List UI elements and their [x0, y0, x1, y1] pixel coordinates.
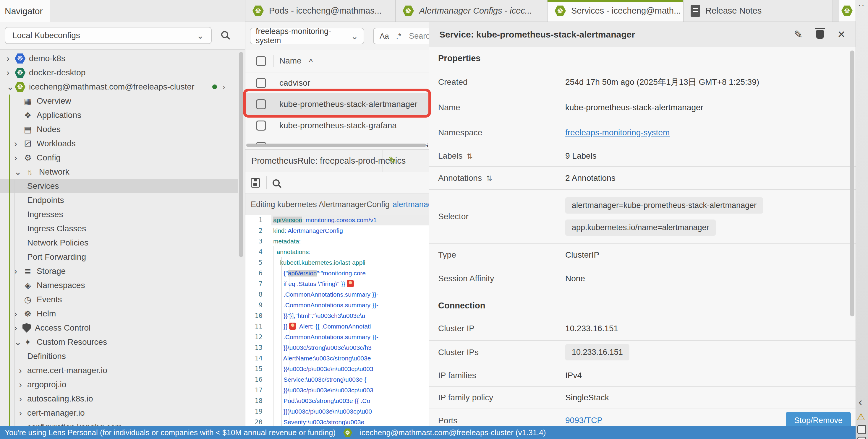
- edit-icon[interactable]: [388, 155, 397, 167]
- close-icon[interactable]: [837, 29, 845, 40]
- tree-item[interactable]: Port Forwarding: [0, 250, 238, 264]
- code-line[interactable]: 14 AlertName:\u003c/strong\u003e: [245, 353, 429, 364]
- tab-alertmanager-configs[interactable]: Alertmanager Configs - icec...: [396, 0, 548, 22]
- tree-item[interactable]: ⚙ Config: [0, 151, 238, 165]
- navigator-title-label: Navigator: [5, 6, 42, 16]
- tree-item[interactable]: ✦ Custom Resources: [0, 335, 238, 349]
- namespace-link[interactable]: freeleaps-monitoring-system: [565, 128, 670, 137]
- tree-item[interactable]: configuration.konghq.com: [0, 420, 238, 426]
- tree-item[interactable]: Ingresses: [0, 207, 238, 222]
- code-line[interactable]: 9 .CommonAnnotations.summary }}-: [245, 300, 429, 310]
- match-case-icon[interactable]: Aa: [380, 32, 389, 41]
- tree-item[interactable]: Access Control: [0, 321, 238, 335]
- tree-item[interactable]: autoscaling.k8s.io: [0, 392, 238, 406]
- horizontal-scrollbar[interactable]: [246, 143, 426, 147]
- tree-item[interactable]: ⚂ Workloads: [0, 136, 238, 151]
- yaml-code-editor[interactable]: 1apiVersion: monitoring.coreos.com/v1 2k…: [245, 215, 429, 426]
- code-line[interactable]: 10 }}"}],"html":"\u003ch3\u003e\u: [245, 310, 429, 321]
- code-line[interactable]: 2kind: AlertmanagerConfig: [245, 226, 429, 236]
- tab-release-notes[interactable]: Release Notes: [684, 0, 833, 22]
- dock-icon[interactable]: [857, 425, 866, 434]
- code-line[interactable]: 5 kubectl.kubernetes.io/last-appli: [245, 257, 429, 268]
- search-input[interactable]: [408, 31, 429, 41]
- code-line[interactable]: 7 if eq .Status \"firing\" }}: [245, 279, 429, 289]
- tab-pods[interactable]: Pods - icecheng@mathmas...: [245, 0, 396, 22]
- tree-item[interactable]: ❖ Applications: [0, 108, 238, 122]
- row-checkbox[interactable]: [256, 78, 266, 88]
- warning-icon[interactable]: [857, 411, 865, 423]
- created-row: Created 254d 17h 50m ago (2025年1月13日 GMT…: [429, 69, 856, 95]
- code-line[interactable]: 16 Service:\u003c/strong\u003e {: [245, 374, 429, 385]
- tree-item[interactable]: Definitions: [0, 349, 238, 363]
- find-icon[interactable]: [273, 179, 280, 187]
- detail-panel-body: Properties Created 254d 17h 50m ago (202…: [429, 47, 856, 426]
- tree-item[interactable]: demo-k8s: [0, 52, 238, 66]
- code-line[interactable]: 11 }} Alert: {{ .CommonAnnotati: [245, 321, 429, 332]
- code-line[interactable]: 6 {"apiVersion":"monitoring.core: [245, 268, 429, 279]
- code-line[interactable]: 1apiVersion: monitoring.coreos.com/v1: [245, 215, 429, 226]
- tree-item[interactable]: ▤ Nodes: [0, 122, 238, 136]
- tree-item[interactable]: cert-manager.io: [0, 406, 238, 420]
- tree-item[interactable]: ↑↓ Network: [0, 165, 238, 179]
- chevron-icon: [19, 423, 27, 426]
- tree-item[interactable]: ☸ Helm: [0, 307, 238, 321]
- table-row[interactable]: cadvisor: [245, 72, 429, 94]
- code-line[interactable]: 12 .CommonAnnotations.summary }}-: [245, 332, 429, 342]
- tree-item[interactable]: docker-desktop: [0, 66, 238, 80]
- tree-item[interactable]: ▦ Overview: [0, 94, 238, 108]
- namespace-select[interactable]: freeleaps-monitoring-system: [250, 28, 364, 44]
- code-line[interactable]: 19 }})\u003c/p\u003e\n\u003cp\u00: [245, 406, 429, 417]
- port-link[interactable]: 9093/TCP: [565, 416, 602, 425]
- tree-item[interactable]: ◈ Namespaces: [0, 278, 238, 293]
- regex-icon[interactable]: .*: [396, 32, 401, 41]
- table-row[interactable]: kube-prometheus-stack-alertmanager: [245, 94, 429, 115]
- row-label: Annotations: [438, 173, 565, 183]
- tree-item[interactable]: Services: [0, 179, 238, 193]
- panel-scrollbar[interactable]: [850, 50, 855, 316]
- tree-item[interactable]: acme.cert-manager.io: [0, 363, 238, 377]
- edit-icon[interactable]: [794, 28, 803, 41]
- cluster-ips-row: Cluster IPs 10.233.16.151: [429, 341, 856, 364]
- code-line[interactable]: 17 }}\u003c/p\u003e\n\u003cp\u003: [245, 385, 429, 396]
- sidebar-scrollbar[interactable]: [239, 52, 243, 257]
- expand-collapse-icon[interactable]: [486, 173, 492, 183]
- ip-family-policy-row: IP family policy SingleStack: [429, 387, 856, 409]
- row-checkbox[interactable]: [256, 99, 266, 109]
- column-header-name[interactable]: Name: [279, 56, 302, 66]
- code-line[interactable]: 18 Pod:\u003c/strong\u003e {{ .Co: [245, 396, 429, 406]
- select-all-checkbox[interactable]: [256, 56, 266, 66]
- search-icon[interactable]: [221, 31, 228, 38]
- save-icon[interactable]: [251, 178, 260, 188]
- chevron-right-icon: [222, 82, 225, 92]
- port-action-button[interactable]: Stop/Remove: [786, 412, 851, 426]
- tree-item[interactable]: argoproj.io: [0, 377, 238, 392]
- code-line[interactable]: 3metadata:: [245, 236, 429, 247]
- tree-item[interactable]: ◷ Events: [0, 293, 238, 307]
- tree-item[interactable]: icecheng@mathmast.com@freeleaps-cluster: [0, 80, 238, 94]
- code-line[interactable]: 8 .CommonAnnotations.summary }}-: [245, 289, 429, 300]
- tree-indent-guide: [14, 180, 15, 426]
- tree-item[interactable]: Ingress Classes: [0, 222, 238, 236]
- kubeconfig-select[interactable]: Local Kubeconfigs: [5, 27, 212, 44]
- table-row[interactable]: kube-prometheus-stack-grafana: [245, 115, 429, 136]
- tab-label: Alertmanager Configs - icec...: [419, 6, 532, 16]
- tree-item[interactable]: Network Policies: [0, 236, 238, 250]
- code-line[interactable]: 20 Severity:\u003c/strong\u003e: [245, 417, 429, 426]
- dock-icon[interactable]: [857, 437, 866, 439]
- chevron-left-icon[interactable]: [859, 396, 862, 409]
- tab-partial[interactable]: [839, 0, 856, 22]
- table-search-box[interactable]: Aa .*: [373, 28, 429, 44]
- row-checkbox[interactable]: [256, 121, 266, 131]
- tree-item-icon: ◷: [23, 294, 33, 305]
- delete-icon[interactable]: [816, 30, 824, 39]
- tab-services-active[interactable]: Services - icecheng@math...: [548, 0, 684, 22]
- line-number: 8: [245, 289, 262, 300]
- tree-item[interactable]: Endpoints: [0, 193, 238, 207]
- code-line[interactable]: 13 }}\u003c/strong\u003e\u003c/h3: [245, 342, 429, 353]
- code-line[interactable]: 15 }}\u003c/p\u003e\n\u003cp\u003: [245, 364, 429, 374]
- code-line[interactable]: 4 annotations:: [245, 247, 429, 257]
- sort-ascending-icon[interactable]: [309, 57, 313, 67]
- expand-collapse-icon[interactable]: [467, 151, 473, 161]
- editing-resource-link[interactable]: alertmanager: [393, 200, 429, 209]
- tree-item[interactable]: ≣ Storage: [0, 264, 238, 278]
